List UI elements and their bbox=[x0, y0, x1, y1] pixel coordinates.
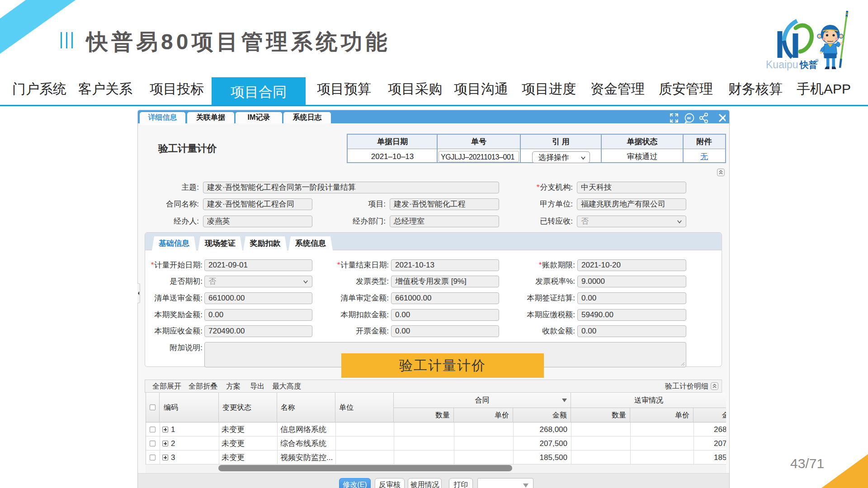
svg-text:R: R bbox=[816, 60, 817, 62]
svg-text:Kuaipu: Kuaipu bbox=[766, 59, 798, 70]
svg-text:IM: IM bbox=[687, 116, 691, 120]
svg-text:快普: 快普 bbox=[799, 60, 818, 70]
